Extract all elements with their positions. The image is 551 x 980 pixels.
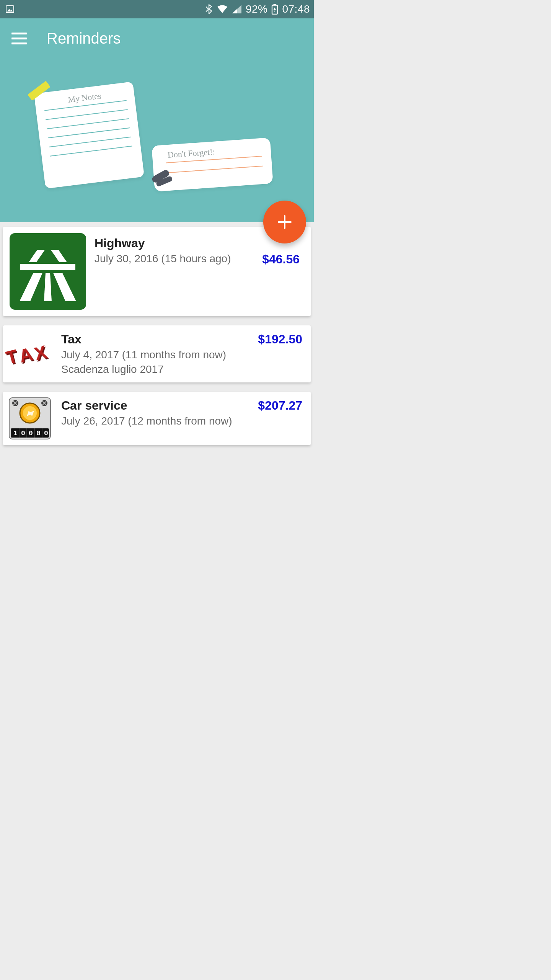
reminder-title: Highway	[95, 236, 258, 250]
reminder-title: Tax	[61, 332, 253, 346]
svg-rect-4	[20, 264, 75, 270]
reminder-price: $207.27	[258, 392, 311, 413]
reminder-price: $192.50	[258, 325, 311, 346]
svg-marker-5	[29, 250, 45, 262]
svg-text:1: 1	[13, 430, 18, 437]
sticky-note-dontforget: Don't Forget!:	[152, 137, 273, 191]
menu-button[interactable]	[11, 31, 27, 46]
reminder-thumbnail: 1 0 0 0 0	[3, 392, 57, 445]
picture-icon	[5, 5, 15, 14]
svg-marker-6	[51, 250, 67, 262]
reminder-note: Scadenza luglio 2017	[61, 363, 253, 376]
bluetooth-icon	[205, 4, 213, 14]
reminder-title: Car service	[61, 399, 253, 413]
svg-text:X: X	[32, 341, 49, 364]
reminder-thumbnail	[6, 229, 90, 314]
tax-icon: T A X	[2, 330, 57, 377]
reminder-card[interactable]: 1 0 0 0 0 Car service July 26, 2017 (12 …	[3, 392, 311, 445]
svg-text:0: 0	[36, 430, 41, 437]
add-reminder-fab[interactable]	[263, 201, 306, 243]
reminder-subtitle: July 4, 2017 (11 months from now)	[61, 349, 253, 361]
clock-time: 07:48	[282, 3, 310, 15]
svg-text:0: 0	[21, 430, 25, 437]
sticky-note-mynotes: My Notes	[34, 82, 145, 189]
plus-icon	[276, 214, 293, 230]
cell-signal-icon	[232, 5, 242, 14]
status-bar-left	[5, 5, 15, 14]
page-title: Reminders	[47, 30, 121, 47]
battery-percent: 92%	[246, 3, 268, 15]
svg-text:0: 0	[44, 430, 48, 437]
reminder-list: Highway July 30, 2016 (15 hours ago) $46…	[0, 222, 314, 450]
wifi-icon	[217, 5, 228, 14]
svg-rect-3	[274, 4, 276, 6]
highway-icon	[10, 233, 86, 310]
svg-marker-1	[7, 9, 13, 11]
svg-text:A: A	[17, 343, 34, 366]
status-bar: 92% 07:48	[0, 0, 314, 18]
reminder-card[interactable]: Highway July 30, 2016 (15 hours ago) $46…	[3, 227, 311, 316]
reminder-subtitle: July 30, 2016 (15 hours ago)	[95, 253, 258, 265]
reminder-thumbnail: T A X	[3, 327, 57, 381]
reminder-card[interactable]: T A X Tax July 4, 2017 (11 months from n…	[3, 325, 311, 382]
header: Reminders My Notes Don't Forget!:	[0, 18, 314, 222]
svg-rect-0	[6, 6, 14, 13]
car-service-icon: 1 0 0 0 0	[7, 395, 53, 441]
svg-marker-9	[44, 273, 52, 301]
svg-marker-8	[53, 273, 76, 301]
status-bar-right: 92% 07:48	[205, 3, 310, 15]
svg-marker-7	[20, 273, 42, 301]
reminder-subtitle: July 26, 2017 (12 months from now)	[61, 415, 253, 427]
battery-charging-icon	[271, 4, 278, 15]
svg-text:0: 0	[29, 430, 33, 437]
